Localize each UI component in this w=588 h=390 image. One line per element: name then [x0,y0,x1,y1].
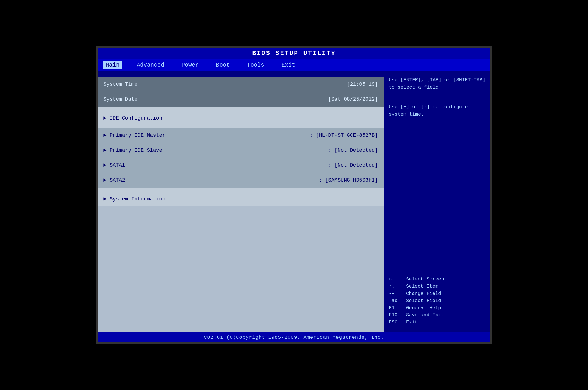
row-value-5: : [Not Detected] [328,162,378,168]
help-mid: Use [+] or [-] to configure system time. [389,103,486,118]
row-value-0: [21:05:19] [347,81,378,87]
row-spacer-after-sata2 [98,188,384,192]
bios-screen: BIOS SETUP UTILITY MainAdvancedPowerBoot… [96,46,492,344]
help-mid-text: Use [+] or [-] to configure system time. [389,103,486,118]
help-top: Use [ENTER], [TAB] or [SHIFT-TAB] to sel… [389,76,486,91]
row-value-4: : [Not Detected] [328,147,378,153]
help-key-row: ↑↓Select Item [389,284,486,289]
help-key-row: ↔Select Screen [389,276,486,282]
row-value-3: : [HL-DT-ST GCE-8527B] [310,132,378,138]
bios-row-3[interactable]: ► Primary IDE Master: [HL-DT-ST GCE-8527… [98,128,384,143]
key-description: General Help [406,305,441,311]
key-shortcut: ESC [389,319,406,325]
row-label-4: ► Primary IDE Slave [103,147,328,153]
title-bar: BIOS SETUP UTILITY [98,48,490,59]
footer-text: v02.61 (C)Copyright 1985-2009, American … [204,335,384,340]
row-label-5: ► SATA1 [103,162,328,168]
top-spacer [98,71,384,77]
menu-item-exit[interactable]: Exit [278,61,298,69]
key-shortcut: ↔ [389,276,406,282]
row-spacer-after-date [98,107,384,111]
key-shortcut: ↑↓ [389,284,406,289]
menu-item-main[interactable]: Main [103,61,122,69]
help-key-row: F1General Help [389,305,486,311]
menu-item-boot[interactable]: Boot [213,61,233,69]
help-key-row: --Change Field [389,291,486,296]
left-panel: System Time[21:05:19]System Date[Sat 08/… [98,71,384,332]
menu-item-advanced[interactable]: Advanced [134,61,167,69]
bios-row-5[interactable]: ► SATA1: [Not Detected] [98,158,384,173]
menu-item-power[interactable]: Power [179,61,202,69]
row-label-2: ► IDE Configuration [103,115,378,121]
bios-row-1[interactable]: System Date[Sat 08/25/2012] [98,92,384,107]
key-description: Select Field [406,298,441,303]
help-key-row: ESCExit [389,319,486,325]
bios-row-6[interactable]: ► SATA2: [SAMSUNG HD503HI] [98,173,384,188]
row-label-3: ► Primary IDE Master [103,132,310,138]
footer: v02.61 (C)Copyright 1985-2009, American … [98,332,490,342]
help-key-row: F10Save and Exit [389,312,486,318]
key-shortcut: F1 [389,305,406,311]
key-description: Exit [406,319,418,325]
key-description: Change Field [406,291,441,296]
key-description: Select Item [406,284,438,289]
right-panel: Use [ENTER], [TAB] or [SHIFT-TAB] to sel… [384,71,490,332]
key-description: Save and Exit [406,312,444,318]
bios-row-2[interactable]: ► IDE Configuration [98,111,384,126]
title-text: BIOS SETUP UTILITY [252,50,336,57]
menu-item-tools[interactable]: Tools [244,61,267,69]
main-content: System Time[21:05:19]System Date[Sat 08/… [98,71,490,332]
help-top-text: Use [ENTER], [TAB] or [SHIFT-TAB] to sel… [389,76,486,91]
key-shortcut: F10 [389,312,406,318]
row-value-1: [Sat 08/25/2012] [328,96,378,102]
bios-row-0[interactable]: System Time[21:05:19] [98,77,384,92]
menu-bar: MainAdvancedPowerBootToolsExit [98,59,490,71]
row-label-6: ► SATA2 [103,177,319,183]
bios-row-4[interactable]: ► Primary IDE Slave: [Not Detected] [98,143,384,158]
help-key-row: TabSelect Field [389,298,486,303]
row-label-7: ► System Information [103,196,378,202]
left-panel-filler [98,206,384,332]
key-shortcut: -- [389,291,406,296]
row-label-1: System Date [103,96,328,102]
row-spacer-after-ide [98,126,384,128]
key-shortcut: Tab [389,298,406,303]
row-value-6: : [SAMSUNG HD503HI] [319,177,378,183]
bios-row-7[interactable]: ► System Information [98,192,384,206]
help-keys: ↔Select Screen↑↓Select Item--Change Fiel… [389,276,486,327]
key-description: Select Screen [406,276,444,282]
row-label-0: System Time [103,81,347,87]
